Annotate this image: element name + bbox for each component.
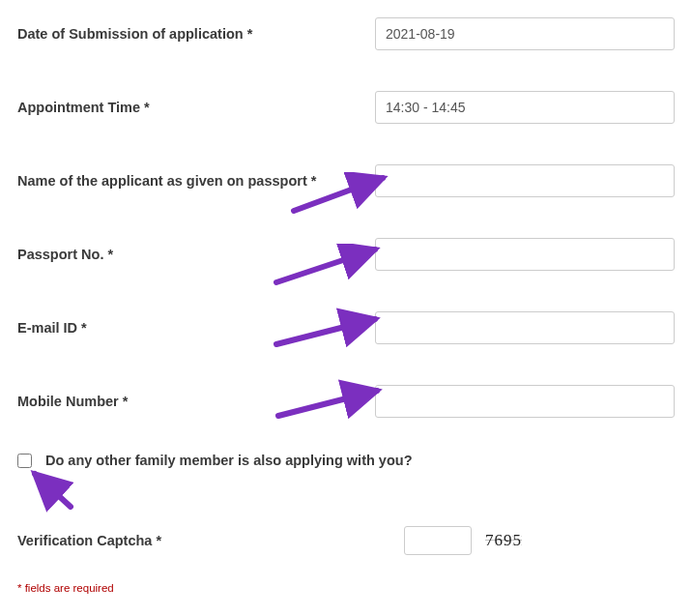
label-appointment-time: Appointment Time * [17, 100, 375, 115]
input-applicant-name[interactable] [375, 164, 675, 197]
row-family-checkbox: Do any other family member is also apply… [17, 453, 675, 468]
input-mobile[interactable] [375, 385, 675, 418]
required-fields-note: * fields are required [17, 582, 675, 594]
input-email[interactable] [375, 311, 675, 344]
row-mobile: Mobile Number * [17, 385, 675, 418]
row-appointment-time: Appointment Time * [17, 91, 675, 124]
row-applicant-name: Name of the applicant as given on passpo… [17, 164, 675, 197]
row-captcha: Verification Captcha * 7695 [17, 526, 675, 555]
row-email: E-mail ID * [17, 311, 675, 344]
label-applicant-name: Name of the applicant as given on passpo… [17, 173, 375, 189]
label-mobile: Mobile Number * [17, 394, 375, 409]
label-passport-no: Passport No. * [17, 247, 375, 262]
input-passport-no[interactable] [375, 238, 675, 271]
label-captcha: Verification Captcha * [17, 533, 375, 548]
svg-line-9 [35, 474, 71, 507]
annotation-arrow-icon [17, 466, 85, 514]
checkbox-family-applying[interactable] [17, 454, 32, 468]
input-appointment-time[interactable] [375, 91, 675, 124]
row-passport-no: Passport No. * [17, 238, 675, 271]
row-submission-date: Date of Submission of application * [17, 17, 675, 50]
label-email: E-mail ID * [17, 320, 375, 336]
label-submission-date: Date of Submission of application * [17, 26, 375, 42]
input-submission-date[interactable] [375, 17, 675, 50]
label-family-applying: Do any other family member is also apply… [45, 453, 413, 468]
captcha-image: 7695 [479, 529, 528, 552]
input-captcha[interactable] [404, 526, 472, 555]
